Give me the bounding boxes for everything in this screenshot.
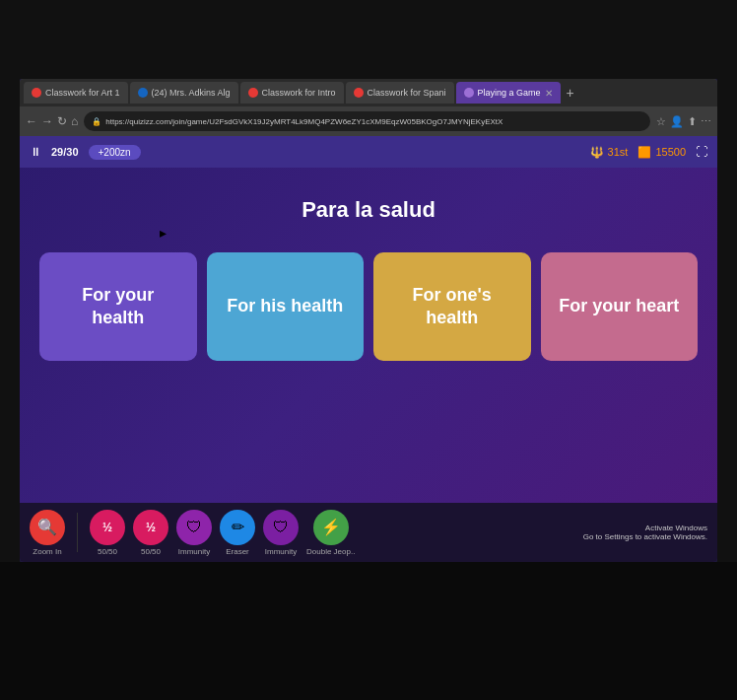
pause-button[interactable]: ⏸ [30,145,41,159]
forward-button[interactable]: → [41,114,53,128]
powerup-fifty-2: ½ 50/50 [133,510,168,556]
answer-grid: For your health For his health For one's… [39,252,698,361]
powerup-immunity-1: 🛡 Immunity [176,510,212,556]
fifty-fifty-button-1[interactable]: ½ [90,510,125,545]
user-icon[interactable]: 👤 [670,115,684,128]
activate-windows-line2: Go to Settings to activate Windows. [583,532,707,541]
tab-icon [138,88,148,98]
url-box[interactable]: 🔒 https://quizizz.com/join/game/U2FsdGVk… [84,111,650,131]
cursor-indicator: ▸ [160,225,167,241]
menu-icon[interactable]: ⋯ [701,115,711,128]
game-content: Para la salud ▸ For your health For his … [20,168,717,503]
score-value: 15500 [655,146,686,158]
tab-label: Classwork for Art 1 [45,88,120,98]
browser-actions: ☆ 👤 ⬆ ⋯ [656,115,711,128]
url-text: https://quizizz.com/join/game/U2FsdGVkX1… [105,117,502,126]
bezel-top [0,0,737,79]
eraser-button[interactable]: ✏ [220,510,255,545]
add-tab-button[interactable]: + [563,85,578,101]
activate-windows-notice: Activate Windows Go to Settings to activ… [583,524,707,541]
activate-windows-line1: Activate Windows [583,524,707,532]
timer-display: +200zn [89,145,141,160]
nav-buttons: ← → ↻ ⌂ [26,114,78,128]
score-display: 🟧 15500 [637,146,686,159]
score-icon: 🟧 [637,146,651,159]
reload-button[interactable]: ↻ [57,114,67,128]
home-button[interactable]: ⌂ [71,114,78,128]
answer-label-4: For your heart [559,295,679,317]
bookmark-icon[interactable]: ☆ [656,115,666,128]
tab-close-icon[interactable]: ✕ [545,88,553,99]
tab-icon [248,88,258,98]
tab-label: (24) Mrs. Adkins Alg [152,88,231,98]
bezel-bottom [0,562,737,700]
rank-display: 🔱 31st [590,146,629,159]
fifty-fifty-label-2: 50/50 [141,547,161,556]
screen: Classwork for Art 1 (24) Mrs. Adkins Alg… [20,79,717,562]
tab-classwork-intro[interactable]: Classwork for Intro [240,82,344,104]
powerup-fifty-1: ½ 50/50 [90,510,125,556]
tab-playing-game[interactable]: Playing a Game ✕ [456,82,561,104]
address-bar: ← → ↻ ⌂ 🔒 https://quizizz.com/join/game/… [20,106,717,136]
fifty-fifty-button-2[interactable]: ½ [133,510,168,545]
quiz-toolbar: ⏸ 29/30 +200zn 🔱 31st 🟧 15500 ⛶ [20,136,717,168]
powerup-immunity-2: 🛡 Immunity [263,510,299,556]
answer-label-2: For his health [227,295,343,317]
answer-label-3: For one's health [388,284,516,330]
tab-label: Classwork for Spani [368,88,446,98]
powerup-double-jeopardy: ⚡ Double Jeop.. [306,510,355,556]
tab-label: Classwork for Intro [262,88,336,98]
lock-icon: 🔒 [92,117,101,126]
immunity-label-2: Immunity [265,547,297,556]
powerup-divider-1 [77,513,78,552]
rank-value: 31st [608,146,629,158]
answer-card-4[interactable]: For your heart [541,252,699,361]
expand-button[interactable]: ⛶ [696,145,707,159]
progress-indicator: 29/30 [51,146,79,158]
tab-icon [354,88,364,98]
double-jeopardy-button[interactable]: ⚡ [313,510,349,545]
double-jeopardy-label: Double Jeop.. [306,547,355,556]
powerups-bar: 🔍 Zoom In ½ 50/50 ½ 50/50 🛡 Immunity ✏ E… [20,503,717,562]
tab-classwork-art[interactable]: Classwork for Art 1 [24,82,128,104]
zoom-in-label: Zoom In [33,547,61,556]
back-button[interactable]: ← [26,114,37,128]
tab-bar: Classwork for Art 1 (24) Mrs. Adkins Alg… [20,79,717,106]
fifty-fifty-label-1: 50/50 [98,547,117,556]
browser-chrome: Classwork for Art 1 (24) Mrs. Adkins Alg… [20,79,717,136]
tab-adkins[interactable]: (24) Mrs. Adkins Alg [130,82,238,104]
answer-card-3[interactable]: For one's health [373,252,531,361]
eraser-label: Eraser [226,547,249,556]
answer-label-1: For your health [54,284,182,330]
bezel-right [717,79,737,562]
question-text: Para la salud [302,197,436,223]
zoom-in-button[interactable]: 🔍 [30,510,65,545]
tab-classwork-spani[interactable]: Classwork for Spani [346,82,454,104]
immunity-label-1: Immunity [178,547,210,556]
share-icon[interactable]: ⬆ [688,115,697,128]
immunity-button-1[interactable]: 🛡 [176,510,212,545]
tab-label: Playing a Game [478,88,541,98]
immunity-button-2[interactable]: 🛡 [263,510,299,545]
bezel-left [0,79,20,562]
answer-card-2[interactable]: For his health [207,252,365,361]
tab-icon [32,88,41,98]
answer-card-1[interactable]: For your health [39,252,197,361]
rank-icon: 🔱 [590,146,604,159]
powerup-eraser: ✏ Eraser [220,510,255,556]
tab-icon [464,88,474,98]
powerup-zoom-in: 🔍 Zoom In [30,510,65,556]
